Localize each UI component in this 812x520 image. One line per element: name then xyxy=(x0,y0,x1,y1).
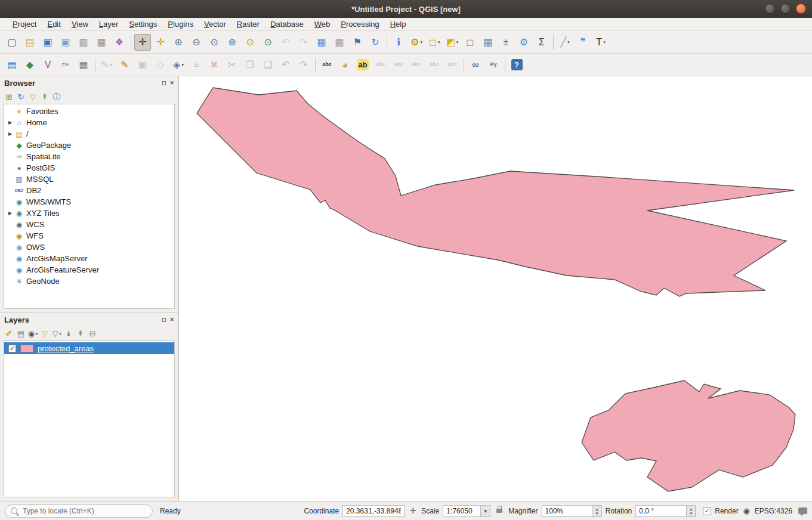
add-group-button[interactable]: ▤ xyxy=(15,327,27,339)
browser-item-wcs[interactable]: ◉WCS xyxy=(4,219,174,230)
menu-help[interactable]: Help xyxy=(385,19,412,29)
rotation-spin-arrows-icon[interactable] xyxy=(687,505,696,517)
expand-arrow-icon[interactable]: ▶ xyxy=(7,211,14,216)
crs-value[interactable]: EPSG:4326 xyxy=(755,507,792,515)
browser-close-icon[interactable]: ✕ xyxy=(169,80,174,86)
zoom-in-button[interactable]: ⊕ xyxy=(170,34,187,51)
modify-attributes-button[interactable]: ≡ xyxy=(188,57,205,73)
menu-plugins[interactable]: Plugins xyxy=(162,19,199,29)
menu-database[interactable]: Database xyxy=(265,19,309,29)
metasearch-button[interactable]: ∞ xyxy=(467,57,484,73)
redo-button[interactable]: ↷ xyxy=(295,57,312,73)
toggle-editing-button[interactable]: ✎ xyxy=(116,57,133,73)
scale-value[interactable]: 1:76050 xyxy=(443,505,481,517)
map-tips-button[interactable]: ❞ xyxy=(575,34,591,51)
vertex-tool-button[interactable]: ◈▾ xyxy=(170,57,187,73)
refresh-map-button[interactable]: ↻ xyxy=(367,34,384,51)
titlebar[interactable]: *Untitled Project - QGIS [new] xyxy=(0,0,812,18)
add-polygon-feature-button[interactable]: ◇ xyxy=(152,57,169,73)
python-console-button[interactable]: Py xyxy=(485,57,502,73)
new-print-layout-button[interactable]: ▥ xyxy=(75,34,92,51)
text-annotation-button[interactable]: T▾ xyxy=(592,34,609,51)
new-map-view-button[interactable]: ▦ xyxy=(313,34,330,51)
layer-name[interactable]: protected_areas xyxy=(38,344,94,353)
zoom-out-button[interactable]: ⊖ xyxy=(188,34,205,51)
browser-refresh-button[interactable]: ↻ xyxy=(15,91,27,103)
show-hide-labels-button[interactable]: abc xyxy=(390,57,407,73)
filter-legend-button[interactable]: ▽ xyxy=(39,327,51,339)
map-svg[interactable] xyxy=(179,76,812,501)
new-spatialite-layer-button[interactable]: ✑ xyxy=(57,57,74,73)
zoom-full-button[interactable]: ⊛ xyxy=(224,34,240,51)
layers-close-icon[interactable]: ✕ xyxy=(169,317,174,323)
render-checkbox[interactable] xyxy=(703,507,711,515)
new-virtual-layer-button[interactable]: ▦ xyxy=(75,57,92,73)
zoom-native-button[interactable]: ⊙ xyxy=(206,34,223,51)
browser-add-selected-layers-button[interactable]: ⊞ xyxy=(3,91,15,103)
browser-item-arcgisfeatureserver[interactable]: ◉ArcGisFeatureServer xyxy=(4,264,174,276)
menu-layer[interactable]: Layer xyxy=(94,19,124,29)
browser-item-ows[interactable]: ◉OWS xyxy=(4,242,174,253)
expand-arrow-icon[interactable]: ▶ xyxy=(7,120,14,125)
measure-line-button[interactable]: ╱▾ xyxy=(557,34,573,51)
browser-item-wfs[interactable]: ◉WFS xyxy=(4,230,174,242)
browser-item-arcgismapserver[interactable]: ◉ArcGisMapServer xyxy=(4,253,174,264)
locator-box[interactable] xyxy=(5,504,153,518)
pan-map-to-selection-button[interactable]: ✛ xyxy=(152,34,169,51)
layer-diagram-options-button[interactable]: ◕ xyxy=(336,57,353,73)
rotation-spinbox[interactable] xyxy=(635,505,696,517)
rotate-label-button[interactable]: abc xyxy=(426,57,443,73)
magnifier-spinbox[interactable] xyxy=(542,505,602,517)
browser-item-geopackage[interactable]: ◆GeoPackage xyxy=(4,140,174,151)
browser-item-xyz-tiles[interactable]: ▶◉XYZ Tiles xyxy=(4,208,174,219)
layer-visibility-checkbox[interactable] xyxy=(8,345,16,352)
paste-features-button[interactable]: ❏ xyxy=(260,57,276,73)
menu-processing[interactable]: Processing xyxy=(335,19,384,29)
zoom-to-selection-button[interactable]: ⊙ xyxy=(242,34,258,51)
current-edits-button[interactable]: ✎▾ xyxy=(98,57,115,73)
layers-float-icon[interactable]: ◻ xyxy=(162,317,166,323)
locator-input[interactable] xyxy=(21,506,147,516)
coordinate-input[interactable] xyxy=(342,505,405,517)
browser-item-home[interactable]: ▶⌂Home xyxy=(4,117,174,128)
extents-toggle-button[interactable] xyxy=(408,506,418,515)
select-features-by-value-button[interactable]: ◩▾ xyxy=(444,34,461,51)
browser-item-[interactable]: ▶▤/ xyxy=(4,128,174,140)
save-project-as-button[interactable]: ▣ xyxy=(57,34,74,51)
scale-dropdown-icon[interactable] xyxy=(481,505,490,517)
collapse-all-button[interactable]: ↟ xyxy=(75,327,87,339)
magnifier-spin-arrows-icon[interactable] xyxy=(593,505,602,517)
open-field-calculator-button[interactable]: ± xyxy=(498,34,514,51)
menu-settings[interactable]: Settings xyxy=(124,19,162,29)
map-canvas[interactable] xyxy=(179,76,812,501)
identify-features-button[interactable]: ℹ xyxy=(390,34,407,51)
browser-item-geonode[interactable]: ✳GeoNode xyxy=(4,276,174,287)
new-geopackage-layer-button[interactable]: ◆ xyxy=(21,57,38,73)
processing-toolbox-button[interactable]: ⚙ xyxy=(515,34,532,51)
open-project-button[interactable]: ▤ xyxy=(21,34,38,51)
new-3d-map-view-button[interactable]: ▦ xyxy=(331,34,348,51)
layer-labeling-options-button[interactable]: abc xyxy=(319,57,335,73)
scale-combobox[interactable]: 1:76050 xyxy=(443,505,490,517)
magnifier-input[interactable] xyxy=(542,505,593,517)
lock-scale-icon[interactable] xyxy=(496,509,502,513)
cut-features-button[interactable]: ✂ xyxy=(224,57,240,73)
protected-area-polygon-2[interactable] xyxy=(582,380,795,491)
pan-map-button[interactable]: ✛ xyxy=(134,34,151,51)
new-shapefile-layer-button[interactable]: V xyxy=(39,57,56,73)
pin-unpin-labels-button[interactable]: ab xyxy=(354,57,371,73)
statistical-summary-button[interactable]: Σ xyxy=(533,34,550,51)
minimize-button[interactable] xyxy=(765,4,775,14)
menu-project[interactable]: Project xyxy=(7,19,42,29)
zoom-to-layer-button[interactable]: ⊙ xyxy=(260,34,276,51)
open-attribute-table-button[interactable]: ▦ xyxy=(480,34,496,51)
zoom-next-button[interactable]: ↷ xyxy=(295,34,312,51)
remove-layer-button[interactable]: ⊟ xyxy=(87,327,98,339)
move-label-button[interactable]: abc xyxy=(408,57,425,73)
browser-float-icon[interactable]: ◻ xyxy=(162,80,166,86)
help-contents-button[interactable]: ? xyxy=(508,57,525,73)
rotation-input[interactable] xyxy=(635,505,687,517)
messages-icon[interactable] xyxy=(798,507,807,514)
expand-arrow-icon[interactable]: ▶ xyxy=(7,131,14,137)
maximize-button[interactable] xyxy=(780,4,791,14)
